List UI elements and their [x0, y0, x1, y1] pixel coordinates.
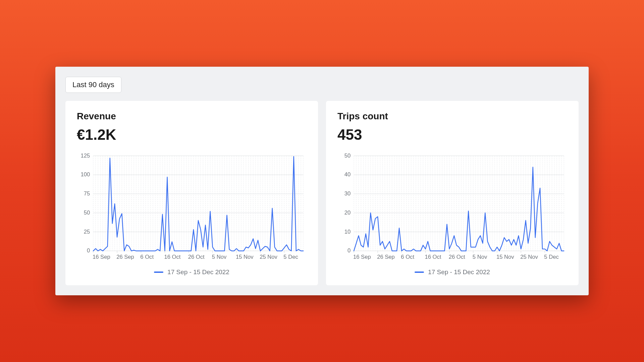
card-revenue: Revenue €1.2K 025507510012516 Sep26 Sep6…	[65, 101, 318, 286]
svg-text:50: 50	[344, 153, 351, 159]
svg-text:5 Dec: 5 Dec	[283, 254, 298, 260]
legend-swatch-icon	[154, 272, 163, 273]
svg-text:0: 0	[87, 247, 90, 254]
svg-text:6 Oct: 6 Oct	[140, 254, 154, 260]
trips-chart-svg: 0102030405016 Sep26 Sep6 Oct16 Oct26 Oct…	[337, 153, 567, 264]
card-trips-title: Trips count	[337, 111, 567, 122]
svg-text:75: 75	[84, 190, 90, 197]
svg-text:16 Oct: 16 Oct	[425, 254, 441, 260]
dashboard-panel: Last 90 days Revenue €1.2K 0255075100125…	[55, 67, 589, 296]
card-revenue-value: €1.2K	[77, 126, 307, 143]
svg-text:0: 0	[347, 247, 351, 254]
svg-text:6 Oct: 6 Oct	[401, 254, 414, 260]
svg-text:5 Nov: 5 Nov	[473, 254, 487, 260]
svg-text:26 Oct: 26 Oct	[188, 254, 205, 260]
svg-text:5 Dec: 5 Dec	[544, 254, 558, 260]
svg-text:25 Nov: 25 Nov	[260, 254, 277, 260]
revenue-chart-svg: 025507510012516 Sep26 Sep6 Oct16 Oct26 O…	[77, 153, 307, 264]
card-trips: Trips count 453 0102030405016 Sep26 Sep6…	[326, 101, 579, 286]
trips-chart: 0102030405016 Sep26 Sep6 Oct16 Oct26 Oct…	[337, 153, 567, 276]
legend-swatch-icon	[415, 272, 424, 273]
svg-text:20: 20	[344, 209, 351, 216]
svg-text:25 Nov: 25 Nov	[520, 254, 538, 260]
svg-text:16 Oct: 16 Oct	[164, 254, 180, 260]
svg-text:125: 125	[80, 153, 90, 159]
svg-text:15 Nov: 15 Nov	[496, 254, 514, 260]
svg-text:26 Oct: 26 Oct	[449, 254, 465, 260]
svg-text:40: 40	[344, 171, 351, 178]
card-revenue-title: Revenue	[77, 111, 307, 122]
revenue-legend: 17 Sep - 15 Dec 2022	[77, 268, 307, 276]
svg-text:25: 25	[84, 228, 90, 235]
svg-text:5 Nov: 5 Nov	[212, 254, 227, 260]
svg-text:15 Nov: 15 Nov	[236, 254, 254, 260]
svg-text:50: 50	[84, 209, 90, 216]
cards-row: Revenue €1.2K 025507510012516 Sep26 Sep6…	[65, 101, 579, 286]
card-trips-value: 453	[337, 126, 567, 143]
svg-text:26 Sep: 26 Sep	[116, 254, 134, 260]
svg-text:100: 100	[80, 171, 90, 178]
date-range-button[interactable]: Last 90 days	[65, 77, 121, 93]
svg-text:16 Sep: 16 Sep	[93, 254, 110, 260]
svg-text:26 Sep: 26 Sep	[377, 254, 395, 260]
trips-legend-label: 17 Sep - 15 Dec 2022	[428, 268, 490, 276]
revenue-chart: 025507510012516 Sep26 Sep6 Oct16 Oct26 O…	[77, 153, 307, 276]
svg-text:30: 30	[344, 190, 351, 197]
svg-text:10: 10	[344, 228, 351, 235]
trips-legend: 17 Sep - 15 Dec 2022	[337, 268, 567, 276]
revenue-legend-label: 17 Sep - 15 Dec 2022	[167, 268, 229, 276]
svg-text:16 Sep: 16 Sep	[353, 254, 371, 260]
